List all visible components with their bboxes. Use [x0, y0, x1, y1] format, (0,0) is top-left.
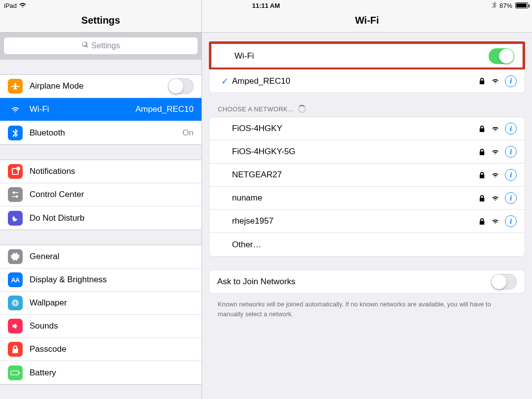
svg-rect-1 — [15, 192, 18, 193]
other-label: Other… — [232, 240, 517, 250]
ask-to-join-toggle[interactable] — [491, 274, 517, 290]
network-name: FiOS-4HGKY — [232, 124, 478, 133]
info-button[interactable]: i — [505, 146, 517, 158]
svg-rect-3 — [12, 196, 16, 197]
search-icon — [82, 41, 89, 50]
search-placeholder: Settings — [92, 41, 120, 50]
sidebar-item-battery[interactable]: Battery — [0, 361, 201, 384]
ask-to-join-footnote: Known networks will be joined automatica… — [209, 294, 525, 319]
sidebar-item-wallpaper[interactable]: Wallpaper — [0, 292, 201, 315]
sounds-icon — [8, 319, 23, 333]
svg-point-2 — [16, 196, 18, 198]
ask-to-join-label: Ask to Join Networks — [217, 277, 491, 287]
lock-icon — [478, 218, 486, 225]
lock-icon — [478, 171, 486, 179]
network-row[interactable]: rhejse1957i — [209, 210, 525, 233]
svg-point-6 — [12, 301, 19, 304]
clock: 11:11 AM — [0, 2, 532, 9]
sidebar-item-display[interactable]: AADisplay & Brightness — [0, 268, 201, 292]
sidebar-item-label: Display & Brightness — [30, 275, 194, 285]
connected-network-name: Amped_REC10 — [232, 76, 478, 86]
lock-icon — [478, 125, 486, 133]
svg-point-5 — [14, 301, 16, 304]
sidebar-item-label: Wi-Fi — [30, 104, 135, 114]
sidebar-item-notifications[interactable]: Notifications — [0, 160, 201, 183]
battery-icon — [515, 2, 528, 8]
search-input[interactable]: Settings — [4, 37, 198, 54]
sidebar-item-label: Notifications — [30, 166, 194, 176]
bluetooth-status-icon — [492, 1, 497, 10]
sidebar-item-wifi[interactable]: Wi-FiAmped_REC10 — [0, 98, 201, 121]
sidebar-item-label: Battery — [30, 368, 194, 378]
display-icon: AA — [8, 272, 23, 287]
info-button[interactable]: i — [505, 75, 517, 87]
sidebar-item-label: General — [30, 252, 194, 262]
wifi-signal-icon — [492, 148, 499, 156]
network-name: nuname — [232, 193, 478, 203]
sidebar-item-label: Airplane Mode — [30, 81, 168, 91]
status-bar: iPad 11:11 AM 87% — [0, 0, 532, 11]
svg-point-7 — [14, 300, 16, 306]
svg-point-0 — [12, 192, 15, 194]
passcode-icon — [8, 342, 23, 357]
sidebar-item-label: Passcode — [30, 344, 194, 354]
sidebar-item-label: Do Not Disturb — [30, 213, 194, 223]
network-row[interactable]: NETGEAR27i — [209, 164, 525, 187]
general-icon — [8, 249, 23, 264]
choose-network-header: CHOOSE A NETWORK… — [209, 93, 525, 117]
sidebar-item-label: Bluetooth — [30, 128, 182, 138]
lock-icon — [478, 195, 486, 202]
other-network-row[interactable]: Other… — [209, 233, 525, 256]
airplane-toggle[interactable] — [168, 78, 194, 94]
sidebar-item-donotdisturb[interactable]: Do Not Disturb — [0, 206, 201, 230]
sidebar-item-bluetooth[interactable]: BluetoothOn — [0, 121, 201, 144]
network-name: NETGEAR27 — [232, 170, 478, 180]
sidebar-item-passcode[interactable]: Passcode — [0, 338, 201, 361]
airplane-icon — [8, 79, 23, 94]
loading-spinner-icon — [298, 105, 306, 113]
network-row[interactable]: FiOS-4HGKYi — [209, 117, 525, 140]
wifi-toggle-highlight: Wi-Fi — [209, 41, 525, 70]
sidebar-item-label: Sounds — [30, 321, 194, 331]
info-button[interactable]: i — [505, 215, 517, 227]
sidebar-item-detail: On — [182, 128, 194, 138]
sidebar-item-general[interactable]: General — [0, 245, 201, 268]
network-row[interactable]: FiOS-4HGKY-5Gi — [209, 140, 525, 164]
network-name: rhejse1957 — [232, 216, 478, 226]
sidebar: Settings Settings Airplane ModeWi-FiAmpe… — [0, 0, 202, 399]
wifi-signal-icon — [492, 218, 499, 225]
wifi-signal-icon — [492, 171, 499, 179]
svg-rect-9 — [19, 372, 20, 373]
notifications-icon — [8, 164, 23, 179]
wifi-signal-icon — [492, 125, 499, 133]
bluetooth-icon — [8, 126, 23, 140]
donotdisturb-icon — [8, 211, 23, 226]
network-row[interactable]: nunamei — [209, 187, 525, 210]
wallpaper-icon — [8, 296, 23, 310]
info-button[interactable]: i — [505, 192, 517, 204]
sidebar-item-detail: Amped_REC10 — [135, 104, 194, 114]
sidebar-item-airplane[interactable]: Airplane Mode — [0, 75, 201, 98]
lock-icon — [478, 148, 486, 156]
info-button[interactable]: i — [505, 123, 517, 134]
sidebar-item-controlcenter[interactable]: Control Center — [0, 183, 201, 206]
sidebar-item-sounds[interactable]: Sounds — [0, 315, 201, 338]
info-button[interactable]: i — [505, 169, 517, 181]
battery-icon — [8, 366, 23, 380]
wifi-toggle-row[interactable]: Wi-Fi — [212, 44, 522, 67]
wifi-icon — [8, 102, 23, 117]
svg-point-4 — [12, 300, 19, 306]
svg-rect-8 — [11, 370, 19, 374]
checkmark-icon: ✓ — [217, 76, 232, 87]
search-wrap: Settings — [0, 33, 201, 60]
detail-pane: Wi-Fi Wi-Fi ✓ Amped_REC10 — [202, 0, 532, 399]
sidebar-item-label: Wallpaper — [30, 298, 194, 308]
wifi-signal-icon — [492, 77, 499, 85]
ask-to-join-row[interactable]: Ask to Join Networks — [209, 270, 525, 293]
connected-network-row[interactable]: ✓ Amped_REC10 i — [209, 69, 525, 93]
wifi-toggle[interactable] — [489, 48, 514, 64]
wifi-toggle-label: Wi-Fi — [234, 51, 489, 61]
sidebar-item-label: Control Center — [30, 190, 194, 200]
network-name: FiOS-4HGKY-5G — [232, 147, 478, 157]
wifi-signal-icon — [492, 195, 499, 202]
